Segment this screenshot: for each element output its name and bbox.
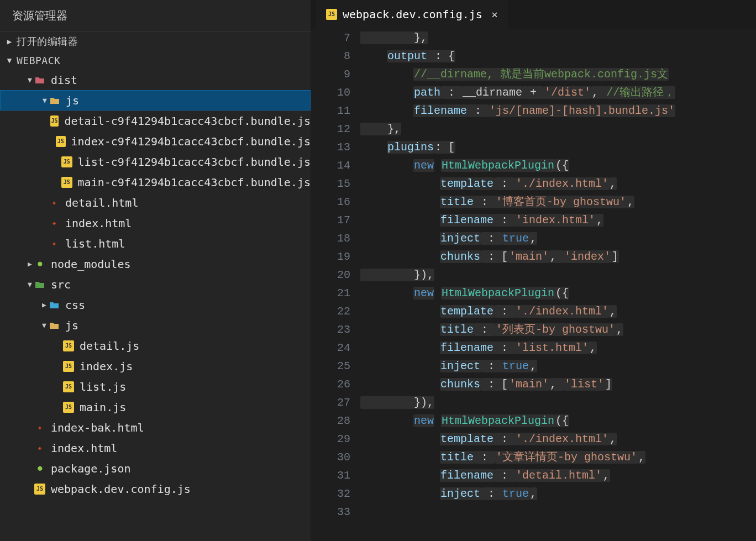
code-line: title : '列表页-by ghostwu', [360, 321, 756, 339]
file-label: webpack.dev.config.js [51, 482, 191, 496]
code-line: }), [360, 393, 756, 412]
file-label: dist [51, 73, 77, 87]
code-line: }), [360, 266, 756, 284]
line-number: 8 [311, 47, 350, 65]
code-line: inject : true, [360, 357, 756, 375]
line-number: 13 [311, 138, 350, 156]
close-icon[interactable]: × [491, 8, 498, 21]
js-icon: JS [63, 361, 74, 372]
js-icon: JS [63, 402, 74, 413]
folder-src-js[interactable]: ▼js [0, 315, 311, 335]
file-detail-html[interactable]: ◈detail.html [0, 192, 311, 213]
code-line: filename : 'js/[name]-[hash].bundle.js' [360, 102, 756, 120]
html-icon: ◈ [49, 218, 60, 229]
chevron-down-icon: ▼ [25, 280, 34, 288]
code-line: //__dirname, 就是当前webpack.config.js文 [360, 65, 756, 83]
file-label: css [65, 298, 85, 312]
code-line: template : './index.html', [360, 175, 756, 193]
editor-panel: JS webpack.dev.config.js × 7891011121314… [311, 0, 756, 541]
folder-dist[interactable]: ▼dist [0, 70, 311, 90]
line-number: 21 [311, 284, 350, 302]
open-editors-section[interactable]: ▶ 打开的编辑器 [0, 32, 311, 51]
js-icon: JS [326, 9, 337, 20]
file-root-index-html[interactable]: ◈index.html [0, 438, 311, 458]
chevron-down-icon: ▼ [40, 96, 49, 104]
js-icon: JS [50, 115, 59, 127]
line-number: 22 [311, 302, 350, 321]
file-label: list-c9f41294b1cacc43cbcf.bundle.js [78, 155, 311, 169]
file-label: node_modules [51, 258, 131, 271]
project-section[interactable]: ▼ WEBPACK [0, 51, 311, 70]
code-line: template : './index.html', [360, 430, 756, 448]
code-line: filename : 'detail.html', [360, 466, 756, 485]
js-icon: JS [63, 340, 74, 351]
file-index-bundle[interactable]: JSindex-c9f41294b1cacc43cbcf.bundle.js [0, 131, 311, 151]
folder-green-icon [34, 279, 45, 290]
file-index-bak-html[interactable]: ◈index-bak.html [0, 417, 311, 438]
file-label: detail.html [65, 196, 138, 209]
html-icon: ◈ [49, 238, 60, 249]
code-line: path : __dirname + '/dist', //输出路径， [360, 83, 756, 102]
js-icon: JS [63, 381, 74, 392]
file-main-js[interactable]: JSmain.js [0, 397, 311, 417]
code-line: }, [360, 120, 756, 138]
code-line: plugins: [ [360, 138, 756, 156]
file-main-bundle[interactable]: JSmain-c9f41294b1cacc43cbcf.bundle.js [0, 172, 311, 192]
js-icon: JS [34, 484, 45, 495]
code-line: inject : true, [360, 229, 756, 248]
line-number: 7 [311, 29, 350, 47]
editor-tab[interactable]: JS webpack.dev.config.js × [316, 0, 508, 29]
folder-node-modules[interactable]: ▶⬢node_modules [0, 254, 311, 274]
file-label: src [51, 278, 71, 291]
code-line: new HtmlWebpackPlugin({ [360, 412, 756, 430]
project-label: WEBPACK [17, 55, 60, 66]
code-content[interactable]: }, output : { //__dirname, 就是当前webpack.c… [360, 29, 756, 541]
folder-red-icon [34, 75, 45, 86]
explorer-panel: 资源管理器 ▶ 打开的编辑器 ▼ WEBPACK ▼dist▼jsJSdetai… [0, 0, 311, 541]
file-label: main-c9f41294b1cacc43cbcf.bundle.js [78, 176, 311, 189]
line-number: 27 [311, 393, 350, 412]
file-list-bundle[interactable]: JSlist-c9f41294b1cacc43cbcf.bundle.js [0, 151, 311, 172]
folder-blue-icon [49, 300, 60, 311]
folder-src[interactable]: ▼src [0, 274, 311, 295]
file-detail-bundle[interactable]: JSdetail-c9f41294b1cacc43cbcf.bundle.js [0, 111, 311, 131]
file-list-js[interactable]: JSlist.js [0, 376, 311, 397]
file-list-html[interactable]: ◈list.html [0, 233, 311, 254]
chevron-down-icon: ▼ [40, 321, 49, 329]
line-number: 9 [311, 65, 350, 83]
file-webpack-config[interactable]: JSwebpack.dev.config.js [0, 479, 311, 499]
file-label: detail-c9f41294b1cacc43cbcf.bundle.js [64, 114, 311, 128]
file-label: detail.js [80, 339, 139, 353]
node-icon: ⬢ [34, 259, 45, 270]
file-dist-index-html[interactable]: ◈index.html [0, 213, 311, 233]
file-package-json[interactable]: ⬢package.json [0, 458, 311, 479]
file-index-js[interactable]: JSindex.js [0, 356, 311, 376]
js-icon: JS [61, 177, 72, 188]
chevron-down-icon: ▼ [4, 56, 14, 65]
file-detail-js[interactable]: JSdetail.js [0, 335, 311, 356]
file-label: package.json [51, 462, 131, 475]
chevron-right-icon: ▶ [4, 37, 14, 46]
code-area[interactable]: 7891011121314151617181920212223242526272… [311, 29, 756, 541]
line-number: 25 [311, 357, 350, 375]
line-number: 18 [311, 229, 350, 248]
folder-dist-js[interactable]: ▼js [0, 90, 311, 111]
file-label: index.html [65, 217, 132, 230]
line-number: 16 [311, 193, 350, 211]
line-number: 31 [311, 466, 350, 485]
line-number: 19 [311, 248, 350, 266]
tab-bar: JS webpack.dev.config.js × [311, 0, 756, 29]
line-number: 24 [311, 339, 350, 357]
code-line: }, [360, 29, 756, 47]
js-icon: JS [56, 136, 66, 147]
line-number: 11 [311, 102, 350, 120]
folder-css[interactable]: ▶css [0, 295, 311, 315]
line-number: 10 [311, 83, 350, 102]
html-icon: ◈ [34, 443, 45, 454]
file-label: index.js [80, 360, 133, 373]
file-label: index-c9f41294b1cacc43cbcf.bundle.js [71, 135, 311, 148]
code-line: template : './index.html', [360, 302, 756, 321]
js-icon: JS [61, 156, 72, 167]
line-number: 32 [311, 485, 350, 503]
tab-label: webpack.dev.config.js [343, 8, 482, 21]
